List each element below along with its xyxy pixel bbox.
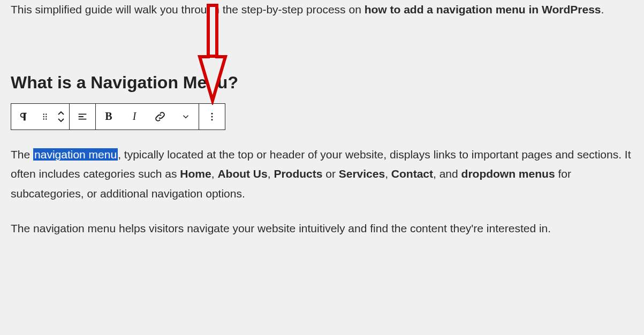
more-options-icon [207,111,217,122]
bold-button[interactable]: B [96,104,122,130]
block-toolbar: B I [11,103,225,130]
toolbar-group-align [70,104,96,130]
intro-suffix: . [601,3,604,16]
selected-text[interactable]: navigation menu [33,148,118,161]
body-paragraph-2: The navigation menu helps visitors navig… [11,219,633,239]
bold-label: B [105,110,112,123]
align-button[interactable] [70,104,95,130]
intro-text: This simplified guide will walk you thro… [11,3,365,16]
p1-b4: Services [339,168,385,180]
move-up-down-icon [57,110,65,123]
italic-label: I [133,110,137,123]
toolbar-group-block [11,104,70,130]
svg-point-5 [46,116,47,117]
link-icon [154,110,166,123]
drag-icon [40,112,50,121]
link-button[interactable] [147,104,173,130]
body-paragraph-1: The navigation menu, typically located a… [11,145,633,204]
svg-point-6 [43,118,44,119]
p1-c4: , [385,168,391,180]
p1-t1: The [11,148,33,161]
p1-b1: Home [180,168,211,180]
svg-point-3 [46,113,47,115]
svg-point-10 [211,119,213,120]
chevron-down-icon [181,112,191,121]
move-up-down-button[interactable] [53,104,69,130]
p1-b5: Contact [391,168,433,180]
more-format-button[interactable] [173,104,199,130]
intro-paragraph: This simplified guide will walk you thro… [11,0,633,19]
svg-point-4 [43,116,44,117]
section-heading: What is a Navigation Menu? [11,73,633,93]
svg-point-7 [46,118,47,119]
p1-c2: , [268,168,274,180]
drag-handle-button[interactable] [37,104,53,130]
intro-bold: how to add a navigation menu in WordPres… [365,3,601,16]
toolbar-group-format: B I [96,104,199,130]
align-icon [77,111,88,123]
italic-button[interactable]: I [122,104,147,130]
more-options-button[interactable] [199,104,225,130]
toolbar-group-more [199,104,225,130]
p1-c1: , [211,168,218,180]
p1-c3: or [322,168,338,180]
svg-point-9 [211,116,213,117]
svg-point-8 [211,112,213,114]
svg-point-2 [43,113,44,115]
p1-b6: dropdown menus [461,168,555,180]
heading-text: What is a Navigation Menu? [11,73,238,92]
p1-b3: Products [274,168,322,180]
p1-c5: , and [433,168,461,180]
paragraph-block-button[interactable] [11,104,37,130]
p1-b2: About Us [217,168,267,180]
paragraph-icon [18,111,30,123]
